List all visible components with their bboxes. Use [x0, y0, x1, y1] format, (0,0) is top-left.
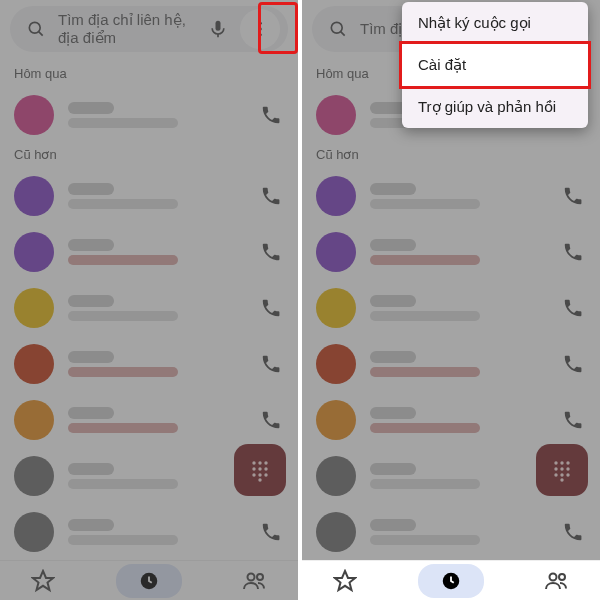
svg-point-32: [560, 478, 563, 481]
section-yesterday: Hôm qua: [0, 62, 298, 87]
call-text: [68, 102, 246, 128]
nav-contacts[interactable]: [545, 569, 569, 593]
call-name: [68, 102, 114, 114]
phone-icon[interactable]: [562, 521, 586, 543]
phone-icon[interactable]: [260, 104, 284, 126]
svg-point-21: [331, 22, 342, 33]
phone-icon[interactable]: [260, 185, 284, 207]
call-name: [68, 183, 114, 195]
phone-icon[interactable]: [260, 353, 284, 375]
svg-point-7: [252, 461, 255, 464]
svg-point-30: [560, 473, 563, 476]
phone-icon[interactable]: [562, 185, 586, 207]
call-row[interactable]: [302, 168, 600, 224]
left-content: Tìm địa chỉ liên hệ, địa điểm Hôm quaCũ …: [0, 0, 298, 560]
avatar: [14, 512, 54, 552]
nav-favorites[interactable]: [31, 569, 55, 593]
call-name: [370, 519, 416, 531]
svg-point-26: [554, 467, 557, 470]
svg-point-15: [264, 473, 267, 476]
call-detail: [370, 367, 480, 377]
avatar: [316, 176, 356, 216]
call-name: [68, 351, 114, 363]
nav-contacts[interactable]: [243, 569, 267, 593]
call-row[interactable]: [302, 336, 600, 392]
call-detail: [68, 367, 178, 377]
call-row[interactable]: [0, 336, 298, 392]
call-text: [68, 463, 246, 489]
call-detail: [68, 479, 178, 489]
call-text: [68, 239, 246, 265]
phone-icon[interactable]: [260, 409, 284, 431]
call-row[interactable]: [0, 392, 298, 448]
svg-point-20: [257, 574, 263, 580]
phone-icon[interactable]: [260, 241, 284, 263]
avatar: [14, 344, 54, 384]
avatar: [14, 95, 54, 135]
mic-icon[interactable]: [206, 17, 230, 41]
svg-point-5: [258, 27, 261, 30]
call-row[interactable]: [0, 168, 298, 224]
svg-point-24: [560, 461, 563, 464]
more-button[interactable]: [240, 9, 280, 49]
call-row[interactable]: [0, 504, 298, 560]
phone-icon[interactable]: [562, 241, 586, 263]
pane-left: Tìm địa chỉ liên hệ, địa điểm Hôm quaCũ …: [0, 0, 298, 600]
call-name: [370, 239, 416, 251]
call-row[interactable]: [302, 504, 600, 560]
svg-point-6: [258, 33, 261, 36]
phone-icon[interactable]: [562, 297, 586, 319]
search-bar[interactable]: Tìm địa chỉ liên hệ, địa điểm: [10, 6, 288, 52]
nav-recents[interactable]: [116, 564, 182, 598]
phone-icon[interactable]: [260, 521, 284, 543]
call-row[interactable]: [0, 87, 298, 143]
call-detail: [68, 311, 178, 321]
menu-help-feedback[interactable]: Trợ giúp và phản hồi: [402, 86, 588, 128]
svg-line-1: [39, 32, 43, 36]
nav-favorites[interactable]: [333, 569, 357, 593]
dialpad-fab[interactable]: [234, 444, 286, 496]
svg-marker-17: [33, 571, 53, 590]
call-detail: [370, 535, 480, 545]
menu-settings[interactable]: Cài đặt: [399, 41, 591, 89]
call-detail: [370, 479, 480, 489]
call-row[interactable]: [302, 280, 600, 336]
call-row[interactable]: [0, 224, 298, 280]
svg-point-25: [566, 461, 569, 464]
svg-point-10: [252, 467, 255, 470]
phone-icon[interactable]: [562, 353, 586, 375]
call-name: [68, 519, 114, 531]
call-name: [370, 407, 416, 419]
svg-point-14: [258, 473, 261, 476]
search-icon: [24, 17, 48, 41]
phone-icon[interactable]: [260, 297, 284, 319]
call-row[interactable]: [0, 280, 298, 336]
call-text: [370, 183, 548, 209]
call-text: [370, 519, 548, 545]
section-older: Cũ hơn: [0, 143, 298, 168]
call-detail: [68, 199, 178, 209]
call-text: [370, 463, 548, 489]
call-row[interactable]: [302, 224, 600, 280]
call-row[interactable]: [302, 392, 600, 448]
svg-point-31: [566, 473, 569, 476]
dialpad-fab[interactable]: [536, 444, 588, 496]
bottom-nav: [302, 560, 600, 600]
svg-point-12: [264, 467, 267, 470]
call-name: [370, 351, 416, 363]
call-text: [370, 351, 548, 377]
avatar: [316, 344, 356, 384]
svg-point-11: [258, 467, 261, 470]
svg-point-13: [252, 473, 255, 476]
svg-rect-2: [216, 21, 221, 31]
call-detail: [68, 535, 178, 545]
menu-call-history[interactable]: Nhật ký cuộc gọi: [402, 2, 588, 44]
call-detail: [68, 423, 178, 433]
nav-recents[interactable]: [418, 564, 484, 598]
phone-icon[interactable]: [562, 409, 586, 431]
svg-point-23: [554, 461, 557, 464]
svg-point-19: [248, 573, 255, 580]
call-text: [68, 407, 246, 433]
svg-point-8: [258, 461, 261, 464]
call-detail: [68, 255, 178, 265]
